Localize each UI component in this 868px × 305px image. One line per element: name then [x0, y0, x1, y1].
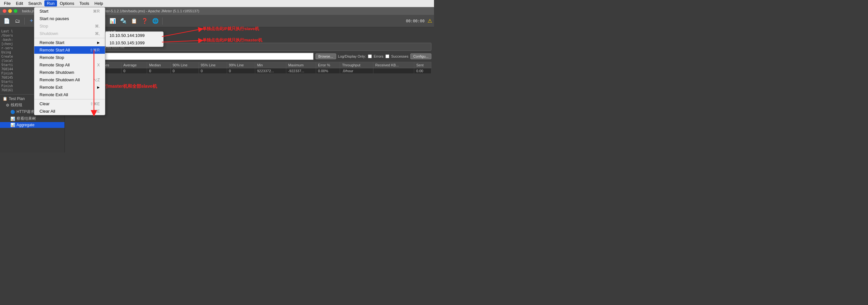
threadgroup-label: 线程组	[11, 102, 22, 108]
submenu-item-ip1[interactable]: 10.10.50.144:1099	[105, 32, 163, 39]
menu-item-remote-stop[interactable]: Remote Stop	[34, 54, 105, 61]
menu-run[interactable]: Run	[44, 0, 57, 6]
remote-button[interactable]: 🌐	[151, 16, 160, 26]
cell-99line: 0	[227, 68, 255, 74]
col-error: Error %	[316, 62, 340, 68]
cell-90line: 0	[170, 68, 198, 74]
table-row: TOTAL 0 0 0 0 0 0 9223372... -922337... …	[68, 68, 431, 74]
menu-item-remote-exit[interactable]: Remote Exit ▶	[34, 84, 105, 91]
col-min: Min	[255, 62, 286, 68]
col-max: Maximum	[286, 62, 316, 68]
settings-button[interactable]: 🔩	[119, 16, 128, 26]
col-median: Median	[147, 62, 170, 68]
open-button[interactable]: 🗂	[12, 16, 22, 26]
menu-item-start[interactable]: Start ⌘R	[34, 7, 105, 15]
successes-label: Successes	[391, 54, 408, 58]
menu-item-clear-all-shortcut: ⌘E	[93, 109, 100, 114]
filename-row: Filename Browse... Log/Display Only: Err…	[67, 53, 431, 60]
menu-item-remote-stop-all[interactable]: Remote Stop All X	[34, 61, 105, 69]
http-icon: 🔵	[10, 110, 15, 114]
menu-item-remote-stop-label: Remote Stop	[39, 55, 64, 60]
new-button[interactable]: 📄	[2, 16, 12, 26]
errors-checkbox[interactable]	[368, 54, 372, 58]
menu-item-shutdown: Shutdown ⌘,	[34, 30, 105, 37]
menu-file[interactable]: File	[1, 0, 13, 6]
menu-item-remote-start-all-shortcut: ⇧⌘R	[90, 48, 100, 53]
menu-item-shutdown-label: Shutdown	[39, 31, 58, 36]
log-button[interactable]: 📋	[129, 16, 139, 26]
menu-item-clear-all[interactable]: Clear All ⌘E	[34, 108, 105, 115]
successes-checkbox[interactable]	[385, 54, 389, 58]
menu-search[interactable]: Search	[26, 0, 44, 6]
cell-95line: 0	[198, 68, 227, 74]
toolbar-sep-4	[162, 18, 163, 25]
timer-display: 00:00:00	[406, 19, 425, 23]
menu-sep-1	[34, 38, 105, 38]
menu-tools[interactable]: Tools	[77, 0, 92, 6]
annotation-bottom: 点击全部启动就执行master机和全部slave机	[67, 84, 431, 89]
cell-sent: 0.00	[414, 68, 431, 74]
menu-item-remote-start[interactable]: Remote Start ▶	[34, 39, 105, 46]
cell-min: 9223372...	[255, 68, 286, 74]
filename-input[interactable]	[89, 53, 313, 60]
menu-item-remote-shutdown-all[interactable]: Remote Shutdown All ⌥Z	[34, 76, 105, 84]
col-sent: Sent	[414, 62, 431, 68]
col-95line: 95% Line	[198, 62, 227, 68]
menu-item-remote-start-all[interactable]: Remote Start All ⇧⌘R	[34, 46, 105, 54]
view-results-icon: 📊	[10, 117, 15, 121]
sidebar-item-aggregate[interactable]: 📊 Aggregate	[0, 122, 64, 128]
configure-button[interactable]: Configu...	[410, 54, 431, 59]
maximize-button[interactable]	[13, 9, 18, 13]
menu-edit[interactable]: Edit	[13, 0, 26, 6]
menu-help[interactable]: Help	[92, 0, 106, 6]
toolbar-sep-3	[105, 18, 106, 25]
minimize-button[interactable]	[8, 9, 12, 13]
remote-exit-arrow-icon: ▶	[97, 86, 100, 89]
col-throughput: Throughput	[340, 62, 373, 68]
col-average: Average	[121, 62, 147, 68]
cell-median: 0	[147, 68, 170, 74]
menu-options[interactable]: Options	[57, 0, 77, 6]
report-button[interactable]: 📊	[108, 16, 118, 26]
aggregate-label: Aggregate	[17, 123, 34, 127]
cell-error: 0.00%	[316, 68, 340, 74]
submenu-arrow-icon: ▶	[97, 41, 100, 44]
log-display-label: Log/Display Only:	[338, 54, 366, 58]
menu-item-remote-exit-all-label: Remote Exit All	[39, 92, 68, 97]
menu-item-remote-stop-all-label: Remote Stop All	[39, 62, 70, 67]
menu-item-remote-start-label: Remote Start	[39, 40, 64, 45]
menu-item-start-no-pauses[interactable]: Start no pauses	[34, 15, 105, 22]
toolbar-sep-1	[24, 18, 25, 25]
traffic-lights	[3, 9, 18, 13]
run-menu: Start ⌘R Start no pauses Stop ⌘. Shutdow…	[34, 7, 105, 115]
menu-item-remote-shutdown[interactable]: Remote Shutdown	[34, 69, 105, 76]
errors-label: Errors	[374, 54, 383, 58]
menu-sep-2	[34, 99, 105, 99]
http-label: HTTP请求	[17, 109, 34, 115]
menu-item-stop-shortcut: ⌘.	[95, 24, 100, 29]
menu-item-remote-stop-all-shortcut: X	[97, 63, 100, 67]
menu-item-shutdown-shortcut: ⌘,	[95, 31, 100, 36]
cell-max: -922337...	[286, 68, 316, 74]
col-received: Received KB...	[373, 62, 414, 68]
remote-start-submenu: 10.10.50.144:1099 10.10.50.145:1099	[105, 31, 163, 47]
aggregate-icon: 📊	[10, 123, 15, 127]
menu-item-clear[interactable]: Clear ⇧⌘E	[34, 100, 105, 108]
menu-item-remote-shutdown-all-shortcut: ⌥Z	[93, 78, 100, 82]
menu-item-start-label: Start	[39, 9, 48, 13]
results-table: Label # Samples Average Median 90% Line …	[67, 62, 431, 74]
help-btn[interactable]: ❓	[140, 16, 150, 26]
menu-item-start-shortcut: ⌘R	[93, 9, 100, 13]
testplan-label: Test Plan	[9, 96, 25, 101]
menu-item-remote-exit-all[interactable]: Remote Exit All	[34, 91, 105, 98]
close-button[interactable]	[3, 9, 6, 13]
browse-button[interactable]: Browse...	[315, 54, 336, 59]
sidebar-item-view-results[interactable]: 📊 察看结果树	[0, 115, 64, 122]
testplan-icon: 📋	[3, 96, 7, 101]
menu-item-stop-label: Stop	[39, 24, 48, 29]
menu-item-clear-label: Clear	[39, 101, 50, 106]
menu-item-remote-shutdown-all-label: Remote Shutdown All	[39, 78, 80, 82]
submenu-ip2-label: 10.10.50.145:1099	[110, 40, 145, 45]
submenu-item-ip2[interactable]: 10.10.50.145:1099	[105, 39, 163, 47]
menu-item-remote-start-all-label: Remote Start All	[39, 48, 70, 53]
